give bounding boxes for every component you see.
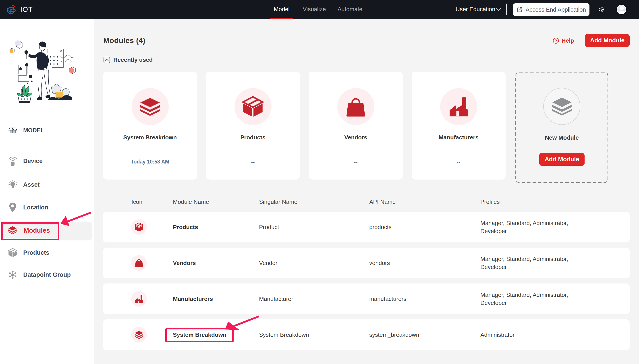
svg-text:?: ? <box>555 39 557 43</box>
